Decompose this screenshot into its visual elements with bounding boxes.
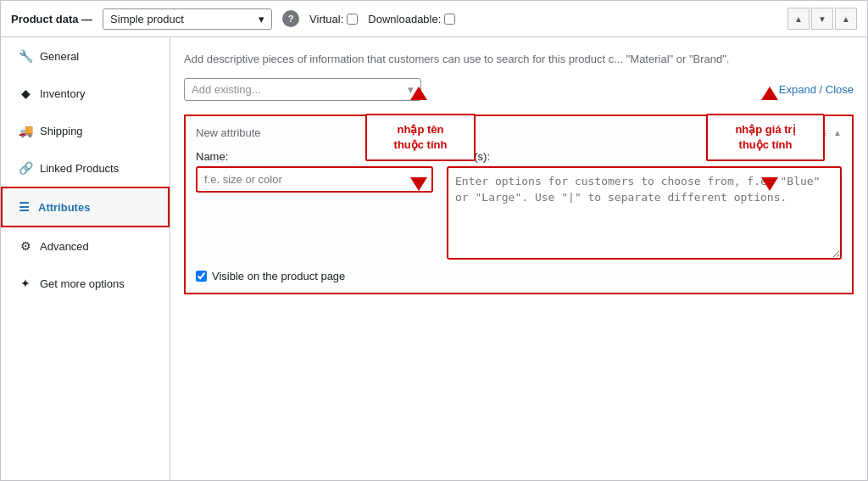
callout-name-arrow-up xyxy=(410,87,427,100)
callout-name-line2: thuộc tính xyxy=(394,138,448,151)
inventory-icon: ◆ xyxy=(18,87,33,100)
callout-value-line2: thuộc tính xyxy=(739,138,793,151)
chevron-down-icon: ▾ xyxy=(259,13,264,25)
attributes-icon: ☰ xyxy=(16,200,31,214)
attribute-fields: Name: Value(s): xyxy=(196,150,842,260)
gear-icon: ⚙ xyxy=(18,239,33,253)
product-data-body: 🔧 General ◆ Inventory 🚚 Shipping 🔗 Linke… xyxy=(1,37,867,480)
attribute-select-placeholder: Add existing... xyxy=(192,83,261,96)
sidebar-label-inventory: Inventory xyxy=(40,87,85,100)
sidebar-item-linked-products[interactable]: 🔗 Linked Products xyxy=(1,149,170,187)
virtual-group: Virtual: xyxy=(309,13,358,25)
sidebar-label-attributes: Attributes xyxy=(38,201,90,214)
sidebar: 🔧 General ◆ Inventory 🚚 Shipping 🔗 Linke… xyxy=(1,37,170,480)
header-nav-buttons: ▲ ▼ ▲ xyxy=(787,8,857,30)
product-type-select[interactable]: Simple product ▾ xyxy=(103,8,272,30)
nav-down-button[interactable]: ▼ xyxy=(811,8,833,30)
callout-value-arrow-down xyxy=(761,177,778,191)
product-data-wrapper: Product data — Simple product ▾ ? Virtua… xyxy=(0,0,868,481)
sidebar-label-shipping: Shipping xyxy=(40,125,83,137)
visible-checkbox[interactable] xyxy=(196,271,207,282)
visible-checkbox-label: Visible on the product page xyxy=(212,270,345,282)
help-icon[interactable]: ? xyxy=(282,10,299,27)
attribute-select-row: Add existing... ▾ Expand / Close xyxy=(184,78,854,101)
downloadable-group: Downloadable: xyxy=(368,13,455,25)
star-icon: ✦ xyxy=(18,277,33,290)
sidebar-item-general[interactable]: 🔧 General xyxy=(1,37,170,75)
callout-value-arrow-up xyxy=(761,87,778,100)
sidebar-label-get-more-options: Get more options xyxy=(40,277,125,290)
sidebar-item-inventory[interactable]: ◆ Inventory xyxy=(1,75,170,112)
sidebar-label-linked-products: Linked Products xyxy=(40,162,119,175)
callout-value: nhập giá trị thuộc tính xyxy=(706,114,825,161)
virtual-checkbox[interactable] xyxy=(347,14,358,25)
virtual-label: Virtual: xyxy=(309,13,343,25)
product-type-label: Simple product xyxy=(110,13,184,25)
product-data-header: Product data — Simple product ▾ ? Virtua… xyxy=(1,1,867,37)
attribute-select-dropdown[interactable]: Add existing... ▾ xyxy=(184,78,421,101)
collapse-attribute-button[interactable]: ▲ xyxy=(833,128,842,137)
callout-value-line1: nhập giá trị xyxy=(735,123,795,136)
description-text: Add descriptive pieces of information th… xyxy=(184,51,854,68)
content-area: Add descriptive pieces of information th… xyxy=(170,37,867,480)
sidebar-item-shipping[interactable]: 🚚 Shipping xyxy=(1,112,170,149)
sidebar-item-get-more-options[interactable]: ✦ Get more options xyxy=(1,265,170,302)
nav-up-button[interactable]: ▲ xyxy=(787,8,810,30)
downloadable-checkbox[interactable] xyxy=(444,14,455,25)
sidebar-item-advanced[interactable]: ⚙ Advanced xyxy=(1,227,170,265)
value-field-group: Value(s): xyxy=(447,150,842,260)
downloadable-label: Downloadable: xyxy=(368,13,441,25)
expand-close-link[interactable]: Expand / Close xyxy=(779,83,854,96)
link-icon: 🔗 xyxy=(18,161,33,175)
name-input[interactable] xyxy=(196,166,433,193)
callout-name-line1: nhập tên xyxy=(398,123,444,136)
wrench-icon: 🔧 xyxy=(18,49,33,63)
sidebar-item-attributes[interactable]: ☰ Attributes xyxy=(1,187,170,227)
nav-collapse-button[interactable]: ▲ xyxy=(835,8,857,30)
sidebar-label-advanced: Advanced xyxy=(40,240,89,253)
product-data-title: Product data — xyxy=(11,13,92,25)
sidebar-label-general: General xyxy=(40,50,79,63)
attribute-panel-title: New attribute xyxy=(196,126,261,139)
value-textarea[interactable] xyxy=(447,166,842,260)
visible-checkbox-row: Visible on the product page xyxy=(196,270,842,282)
callout-name: nhập tên thuộc tính xyxy=(365,114,476,161)
shipping-icon: 🚚 xyxy=(18,124,33,137)
callout-name-arrow-down xyxy=(410,177,427,191)
